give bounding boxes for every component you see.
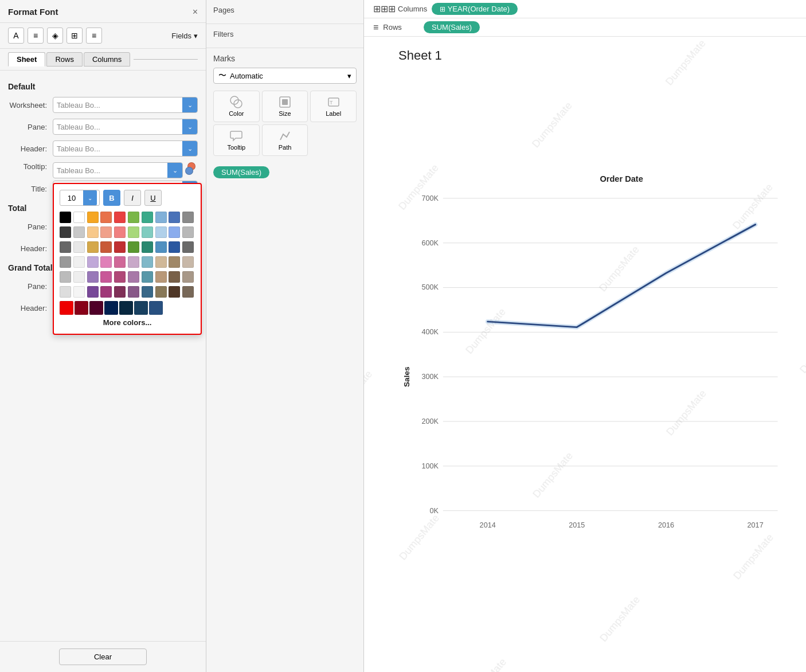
italic-button[interactable]: I [124,190,141,206]
color-swatch-6-7[interactable] [142,286,153,298]
font-size-arrow[interactable]: ⌄ [83,190,97,205]
color-swatch-6-4[interactable] [100,286,112,298]
marks-tooltip-btn[interactable]: Tooltip [213,124,260,156]
color-swatch-blue-mid[interactable] [169,212,180,223]
tab-columns[interactable]: Columns [84,52,130,67]
color-swatch-6-2[interactable] [73,286,85,298]
underline-button[interactable]: U [144,190,162,206]
color-swatch-3-5[interactable] [114,241,126,253]
color-swatch-2-2[interactable] [73,226,85,238]
color-swatch-4-6[interactable] [128,256,139,268]
color-swatch-5-6[interactable] [128,271,139,283]
color-swatch-3-4[interactable] [100,241,112,253]
header-default-select[interactable]: Tableau Bo... ⌄ [53,140,198,157]
font-icon[interactable]: A [8,28,24,44]
color-swatch-3-7[interactable] [142,241,153,253]
color-swatch-3-9[interactable] [169,241,180,253]
color-swatch-6-5[interactable] [114,286,126,298]
worksheet-arrow[interactable]: ⌄ [182,97,197,112]
color-swatch-5-1[interactable] [60,271,71,283]
color-swatch-2-1[interactable] [60,226,71,238]
color-swatch-blue-light[interactable] [155,212,167,223]
font-size-input[interactable] [60,194,83,202]
color-accent-navy[interactable] [104,301,118,315]
color-swatch-red-light[interactable] [114,212,126,223]
color-swatch-5-4[interactable] [100,271,112,283]
color-swatch-black[interactable] [60,212,71,223]
color-swatch-6-3[interactable] [87,286,99,298]
color-swatch-4-2[interactable] [73,256,85,268]
color-swatch-orange[interactable] [87,212,99,223]
color-swatch-4-8[interactable] [155,256,167,268]
color-swatch-5-10[interactable] [182,271,194,283]
color-swatch-2-6[interactable] [128,226,139,238]
color-swatch-5-2[interactable] [73,271,85,283]
color-swatch-green[interactable] [128,212,139,223]
color-swatch-4-9[interactable] [169,256,180,268]
color-swatch-teal[interactable] [142,212,153,223]
rows-pill[interactable]: SUM(Sales) [424,21,480,33]
marks-color-btn[interactable]: Color [213,91,260,122]
pane-default-select[interactable]: Tableau Bo... ⌄ [53,119,198,135]
color-swatch-2-10[interactable] [182,226,194,238]
color-swatch-4-1[interactable] [60,256,71,268]
close-button[interactable]: × [193,7,198,17]
color-swatch-5-5[interactable] [114,271,126,283]
color-swatch-3-6[interactable] [128,241,139,253]
worksheet-select[interactable]: Tableau Bo... ⌄ [53,97,198,113]
color-swatch-salmon[interactable] [100,212,112,223]
color-swatch-3-8[interactable] [155,241,167,253]
color-accent-steel[interactable] [134,301,148,315]
color-swatch-5-9[interactable] [169,271,180,283]
color-swatch-preview[interactable] [185,162,198,175]
color-swatch-6-9[interactable] [169,286,180,298]
tooltip-arrow[interactable]: ⌄ [167,163,182,178]
clear-button[interactable]: Clear [59,648,147,665]
header-default-arrow[interactable]: ⌄ [182,141,197,156]
color-swatch-2-8[interactable] [155,226,167,238]
color-swatch-2-9[interactable] [169,226,180,238]
shading-icon[interactable]: ◈ [47,28,63,44]
tab-sheet[interactable]: Sheet [8,52,45,67]
color-swatch-2-5[interactable] [114,226,126,238]
marks-path-btn[interactable]: Path [262,124,308,156]
bold-button[interactable]: B [103,190,120,206]
marks-type-dropdown[interactable]: 〜 Automatic ▾ [213,68,357,84]
more-colors-button[interactable]: More colors... [60,315,195,328]
tab-rows[interactable]: Rows [46,52,83,67]
color-accent-blue-dark[interactable] [149,301,163,315]
alignment-icon[interactable]: ≡ [28,28,44,44]
color-accent-red[interactable] [60,301,73,315]
color-swatch-3-3[interactable] [87,241,99,253]
color-swatch-3-1[interactable] [60,241,71,253]
color-swatch-5-3[interactable] [87,271,99,283]
color-swatch-6-10[interactable] [182,286,194,298]
color-swatch-3-2[interactable] [73,241,85,253]
color-swatch-4-3[interactable] [87,256,99,268]
color-swatch-4-5[interactable] [114,256,126,268]
color-accent-maroon[interactable] [89,301,103,315]
columns-pill[interactable]: ⊞ YEAR(Order Date) [432,3,518,15]
color-swatch-2-7[interactable] [142,226,153,238]
color-swatch-6-1[interactable] [60,286,71,298]
marks-label-btn[interactable]: T Label [310,91,357,122]
color-swatch-2-3[interactable] [87,226,99,238]
lines-icon[interactable]: ≡ [86,28,102,44]
tooltip-select[interactable]: Tableau Bo... ⌄ [53,162,183,178]
color-accent-darkred[interactable] [75,301,88,315]
sum-sales-badge[interactable]: SUM(Sales) [213,166,269,178]
color-accent-darknavy[interactable] [119,301,133,315]
border-icon[interactable]: ⊞ [66,28,83,44]
pane-default-arrow[interactable]: ⌄ [182,119,197,134]
color-swatch-6-6[interactable] [128,286,139,298]
color-swatch-4-4[interactable] [100,256,112,268]
color-swatch-white[interactable] [73,212,85,223]
color-swatch-4-7[interactable] [142,256,153,268]
color-swatch-6-8[interactable] [155,286,167,298]
color-swatch-3-10[interactable] [182,241,194,253]
marks-size-btn[interactable]: Size [262,91,308,122]
color-swatch-4-10[interactable] [182,256,194,268]
color-swatch-2-4[interactable] [100,226,112,238]
fields-button[interactable]: Fields ▾ [171,32,198,40]
color-swatch-5-7[interactable] [142,271,153,283]
